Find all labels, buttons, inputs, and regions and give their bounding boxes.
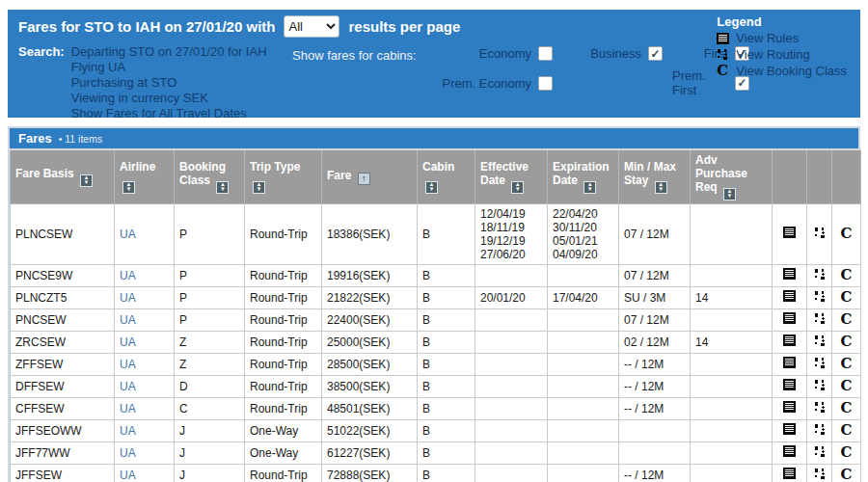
view-routing-icon[interactable]: [813, 290, 827, 303]
cabin-checkbox-business[interactable]: ✓: [648, 46, 663, 61]
sort-icon[interactable]: ▲▼: [511, 181, 524, 194]
view-routing-icon[interactable]: [813, 423, 827, 436]
cabin-cell-value: B: [418, 375, 475, 397]
view-booking-class-icon[interactable]: C: [841, 225, 853, 242]
min-max-stay-cell: -- / 12M: [619, 375, 691, 397]
column-header-airline[interactable]: Airline ▲▼: [115, 149, 175, 203]
column-header-adv-purchase-req[interactable]: Adv Purchase Req ▲▼: [691, 149, 773, 203]
cabin-checkbox-prem-economy[interactable]: [538, 76, 553, 91]
effective-date-cell: 12/04/19 18/11/19 19/12/19 27/06/20: [475, 203, 548, 264]
trip-type-cell: Round-Trip: [245, 353, 322, 375]
view-booking-class-cell: C: [832, 308, 861, 331]
view-routing-icon[interactable]: [813, 445, 827, 458]
view-routing-icon[interactable]: [813, 312, 827, 325]
airline-link[interactable]: UA: [120, 228, 136, 241]
airline-link[interactable]: UA: [120, 469, 136, 482]
view-booking-class-icon[interactable]: C: [841, 266, 853, 283]
view-booking-class-cell: C: [832, 442, 861, 464]
view-booking-class-icon[interactable]: C: [841, 443, 853, 461]
fare-basis-cell: PLNCZT5: [11, 286, 115, 308]
fare-row: PNCSE9WUAPRound-Trip19916(SEK)B07 / 12MC: [11, 264, 861, 286]
airline-link[interactable]: UA: [120, 424, 136, 438]
trip-type-cell: Round-Trip: [245, 308, 322, 331]
airline-link[interactable]: UA: [120, 446, 136, 460]
view-rules-icon[interactable]: [783, 312, 796, 324]
sort-icon[interactable]: ▲▼: [723, 188, 736, 201]
view-routing-icon[interactable]: [813, 268, 827, 281]
view-rules-icon[interactable]: [783, 468, 796, 479]
trip-type-cell: Round-Trip: [245, 397, 322, 419]
view-routing-icon[interactable]: [813, 335, 827, 347]
cabin-checkbox-economy[interactable]: [538, 46, 553, 61]
view-rules-icon[interactable]: [783, 357, 796, 368]
view-rules-icon[interactable]: [783, 423, 796, 435]
airline-cell: UA: [115, 397, 175, 419]
view-rules-icon[interactable]: [783, 290, 796, 302]
column-header-trip-type[interactable]: Trip Type ▲▼: [245, 149, 322, 203]
view-routing-icon[interactable]: [813, 379, 827, 391]
cabin-cell-value: B: [418, 308, 475, 331]
booking-class-cell: Z: [175, 353, 245, 375]
view-rules-icon[interactable]: [783, 227, 796, 238]
view-booking-class-icon[interactable]: C: [841, 288, 853, 306]
fare-basis-cell: CFFSEW: [11, 397, 115, 419]
legend-item-label: View Booking Class: [736, 64, 847, 78]
results-per-page-select[interactable]: All: [284, 15, 339, 38]
view-booking-class-icon[interactable]: C: [841, 333, 853, 350]
sort-asc-icon[interactable]: ↑: [358, 173, 370, 185]
view-booking-class-icon[interactable]: C: [841, 310, 853, 328]
airline-link[interactable]: UA: [120, 269, 136, 282]
adv-purchase-cell: [691, 442, 773, 464]
sort-icon[interactable]: ▲▼: [655, 181, 667, 194]
column-header-fare[interactable]: Fare ↑: [322, 149, 418, 203]
column-header-expiration-date[interactable]: Expiration Date ▲▼: [548, 149, 619, 203]
airline-link[interactable]: UA: [120, 380, 136, 393]
view-booking-class-icon[interactable]: C: [841, 355, 853, 372]
view-rules-icon[interactable]: [783, 401, 796, 413]
airline-link[interactable]: UA: [120, 358, 136, 371]
adv-purchase-cell: [691, 353, 773, 375]
view-booking-class-icon[interactable]: C: [841, 466, 853, 482]
view-booking-class-icon[interactable]: C: [841, 421, 853, 439]
booking-class-cell: C: [175, 397, 245, 419]
airline-cell: UA: [115, 442, 175, 464]
column-header-fare-basis[interactable]: Fare Basis ▲▼: [11, 149, 115, 203]
view-rules-icon[interactable]: [783, 379, 796, 390]
column-header-actions: [832, 149, 861, 203]
view-rules-icon[interactable]: [783, 445, 796, 457]
expiration-date-cell: [548, 464, 619, 482]
airline-link[interactable]: UA: [120, 335, 136, 349]
view-rules-icon[interactable]: [783, 268, 796, 280]
sort-icon[interactable]: ▲▼: [253, 181, 265, 194]
fare-row: JFFSEWUAJRound-Trip72888(SEK)B-- / 12MC: [11, 464, 861, 482]
cabin-filter-label: Prem. Economy: [443, 76, 531, 91]
sort-icon[interactable]: ▲▼: [80, 174, 93, 187]
airline-link[interactable]: UA: [120, 402, 136, 415]
expiration-date-cell: [548, 331, 619, 353]
sort-icon[interactable]: ▲▼: [583, 181, 596, 194]
view-routing-icon[interactable]: [813, 468, 827, 480]
view-routing-icon[interactable]: [813, 227, 827, 239]
fare-basis-cell: ZFFSEW: [11, 353, 115, 375]
view-booking-class-icon[interactable]: C: [841, 377, 853, 394]
fare-amount-cell: 21822(SEK): [322, 286, 418, 308]
adv-purchase-cell: 14: [691, 331, 773, 353]
view-booking-class-icon[interactable]: C: [841, 399, 853, 416]
expiration-date-cell: [548, 397, 619, 419]
view-rules-icon[interactable]: [783, 335, 796, 346]
column-header-min-max-stay[interactable]: Min / Max Stay ▲▼: [619, 149, 691, 203]
view-routing-icon[interactable]: [813, 357, 827, 369]
cabin-cell-value: B: [418, 464, 475, 482]
column-header-cabin[interactable]: Cabin ▲▼: [418, 149, 475, 203]
airline-link[interactable]: UA: [120, 291, 136, 305]
view-routing-icon[interactable]: [813, 401, 827, 414]
cabin-cell-value: B: [418, 442, 475, 464]
fare-basis-cell: JFFSEW: [11, 464, 115, 482]
sort-icon[interactable]: ▲▼: [216, 181, 229, 194]
sort-icon[interactable]: ▲▼: [122, 181, 135, 194]
airline-link[interactable]: UA: [120, 313, 136, 327]
column-header-effective-date[interactable]: Effective Date ▲▼: [475, 149, 548, 203]
fare-amount-cell: 48501(SEK): [322, 397, 418, 419]
sort-icon[interactable]: ▲▼: [425, 181, 438, 194]
column-header-booking-class[interactable]: Booking Class ▲▼: [175, 149, 245, 203]
